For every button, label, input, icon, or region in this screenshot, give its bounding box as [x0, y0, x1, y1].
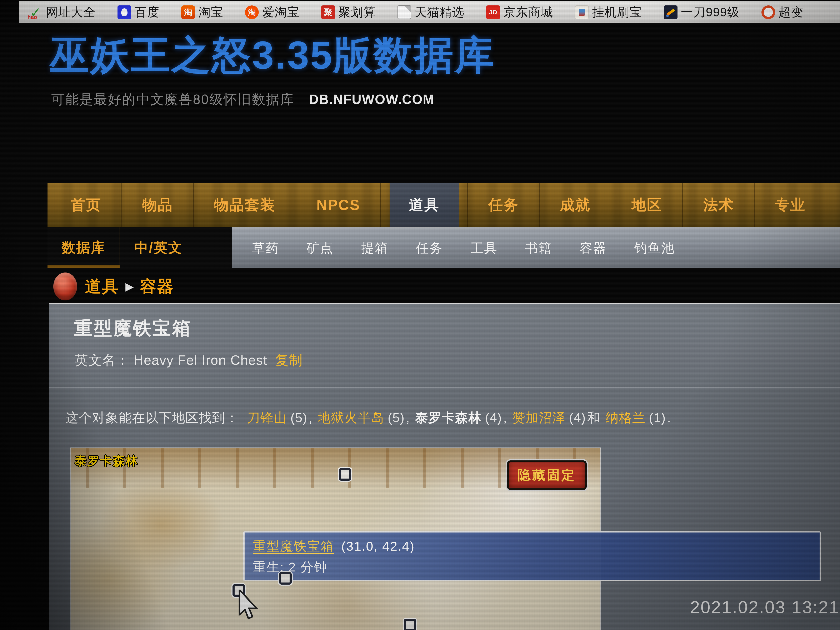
bookmark-label: 百度	[134, 4, 159, 21]
hao123-icon	[29, 5, 43, 19]
map-marker[interactable]	[404, 619, 416, 630]
bookmark-yidao[interactable]: 一刀999级	[664, 4, 740, 21]
nav-tab-items[interactable]: 物品	[131, 183, 185, 227]
browser-bookmarks-bar: 网址大全 百度 淘宝 爱淘宝 聚划算 天猫精选 京东商城 挂机刷宝	[19, 1, 840, 24]
breadcrumb-objects-link[interactable]: 道具	[85, 276, 119, 297]
breadcrumb-badge-icon	[53, 273, 77, 300]
bookmark-hao123[interactable]: 网址大全	[29, 4, 96, 21]
nav-database[interactable]: 数据库	[47, 227, 120, 268]
juhuasuan-icon	[321, 5, 335, 19]
bookmark-label: 聚划算	[338, 4, 376, 21]
site-subtitle: 可能是最好的中文魔兽80级怀旧数据库 DB.NFUWOW.COM	[51, 90, 434, 109]
bookmark-tmall[interactable]: 天猫精选	[398, 4, 464, 21]
photo-timestamp: 2021.02.03 13:21	[690, 597, 840, 617]
taobao-icon	[181, 5, 195, 19]
bookmark-taobao[interactable]: 淘宝	[181, 4, 223, 21]
bookmark-label: 京东商城	[503, 4, 553, 21]
bookmark-jd[interactable]: 京东商城	[486, 4, 553, 21]
zone-count: (4)	[569, 411, 586, 425]
separator: ,	[309, 411, 313, 425]
aitaobao-icon	[245, 5, 259, 19]
nav-tab-factions[interactable]: 阵营	[835, 183, 840, 227]
hide-pins-button[interactable]: 隐藏固定	[507, 460, 587, 490]
divider	[49, 387, 840, 388]
bookmark-label: 淘宝	[198, 4, 223, 21]
site-domain: DB.NFUWOW.COM	[309, 92, 434, 107]
nav-tab-achievements[interactable]: 成就	[548, 183, 602, 227]
found-in-zones-row: 这个对象能在以下地区找到：刀锋山(5),地狱火半岛(5),泰罗卡森林(4),赞加…	[65, 409, 676, 426]
map-marker[interactable]	[339, 468, 351, 481]
subnav-books[interactable]: 书籍	[525, 239, 552, 257]
zone-map[interactable]: 泰罗卡森林 隐藏固定 重型魔铁宝箱(31.0, 42.4) 重生: 2 分钟	[70, 447, 601, 630]
subnav-chests[interactable]: 提箱	[361, 239, 388, 257]
map-marker[interactable]	[279, 572, 292, 584]
jd-icon	[486, 5, 500, 19]
object-title: 重型魔铁宝箱	[74, 316, 192, 341]
site-slogan: 可能是最好的中文魔兽80级怀旧数据库	[51, 92, 294, 107]
separator: ,	[503, 411, 507, 425]
site-title: 巫妖王之怒3.35版数据库	[50, 29, 495, 82]
bookmark-aitaobao[interactable]: 爱淘宝	[245, 4, 300, 21]
zone-count: (1)	[649, 411, 666, 425]
breadcrumb-current: 容器	[140, 276, 174, 297]
bookmark-juhuasuan[interactable]: 聚划算	[321, 4, 376, 21]
game-blade-icon	[664, 5, 677, 19]
nav-tab-npcs[interactable]: NPCS	[305, 183, 372, 227]
bookmark-chaobian[interactable]: 超变	[761, 4, 804, 21]
game-bot-icon	[575, 5, 589, 19]
nav-tab-professions[interactable]: 专业	[763, 183, 817, 227]
nav-tab-quests[interactable]: 任务	[477, 183, 531, 227]
baidu-icon	[117, 5, 131, 19]
breadcrumb-arrow-icon: ▶	[125, 280, 134, 293]
zone-count: (5)	[388, 411, 405, 425]
subnav-fishing-pools[interactable]: 钓鱼池	[634, 239, 675, 257]
tooltip-respawn: 重生: 2 分钟	[253, 558, 811, 576]
map-tooltip: 重型魔铁宝箱(31.0, 42.4) 重生: 2 分钟	[243, 531, 821, 581]
english-name-row: 英文名：Heavy Fel Iron Chest复制	[74, 351, 303, 369]
nav-tab-home[interactable]: 首页	[59, 183, 113, 227]
subnav-quests[interactable]: 任务	[416, 239, 443, 257]
english-name-label: 英文名：	[74, 353, 129, 368]
zone-link-zangarmarsh[interactable]: 赞加沼泽	[512, 411, 565, 425]
bookmark-label: 挂机刷宝	[592, 4, 642, 21]
zone-link-hellfire[interactable]: 地狱火半岛	[318, 411, 384, 425]
object-subnav: 草药 矿点 提箱 任务 工具 书籍 容器 钓鱼池	[232, 227, 840, 268]
breadcrumb: 道具 ▶ 容器	[53, 271, 174, 302]
tooltip-object-link[interactable]: 重型魔铁宝箱	[253, 539, 334, 553]
webpage: 巫妖王之怒3.35版数据库 可能是最好的中文魔兽80级怀旧数据库 DB.NFUW…	[0, 23, 840, 630]
english-name-value: Heavy Fel Iron Chest	[134, 353, 267, 368]
subnav-tools[interactable]: 工具	[471, 239, 497, 257]
bookmark-guaji[interactable]: 挂机刷宝	[575, 4, 642, 21]
map-zone-label: 泰罗卡森林	[74, 453, 138, 469]
zone-count: (4)	[485, 411, 502, 425]
ring-icon	[761, 5, 775, 19]
bookmark-label: 天猫精选	[415, 4, 464, 21]
zone-link-blades-edge[interactable]: 刀锋山	[247, 411, 287, 425]
bookmark-baidu[interactable]: 百度	[117, 4, 159, 21]
tooltip-title-row: 重型魔铁宝箱(31.0, 42.4)	[253, 537, 811, 555]
zone-link-nagrand[interactable]: 纳格兰	[606, 411, 646, 425]
zones-intro-text: 这个对象能在以下地区找到：	[65, 411, 239, 425]
bookmark-label: 爱淘宝	[262, 4, 300, 21]
subnav-ores[interactable]: 矿点	[307, 239, 334, 257]
nav-tab-spells[interactable]: 法术	[692, 183, 745, 227]
separator: .	[667, 411, 671, 425]
nav-tab-objects-selected[interactable]: 道具	[390, 183, 459, 227]
zone-link-terokkar-current[interactable]: 泰罗卡森林	[415, 411, 482, 425]
subnav-herbs[interactable]: 草药	[252, 239, 279, 257]
separator: ,	[406, 411, 410, 425]
secondary-nav: 数据库 中/英文 草药 矿点 提箱 任务 工具 书籍 容器 钓鱼池	[47, 227, 840, 268]
secondary-nav-left: 数据库 中/英文	[47, 227, 232, 268]
copy-link[interactable]: 复制	[275, 353, 303, 368]
nav-tab-zones[interactable]: 地区	[620, 183, 674, 227]
tmall-page-icon	[398, 5, 411, 19]
primary-nav: 首页 物品 物品套装 NPCS 道具 任务 成就 地区 法术 专业 阵营	[47, 183, 840, 227]
nav-tab-item-sets[interactable]: 物品套装	[202, 183, 287, 227]
separator: 和	[587, 411, 601, 425]
nav-language-toggle[interactable]: 中/英文	[120, 227, 197, 268]
subnav-containers[interactable]: 容器	[579, 239, 607, 257]
bookmark-label: 网址大全	[46, 4, 96, 21]
bookmark-label: 超变	[778, 4, 804, 21]
bookmark-label: 一刀999级	[681, 4, 740, 21]
tooltip-coords: (31.0, 42.4)	[341, 539, 415, 553]
